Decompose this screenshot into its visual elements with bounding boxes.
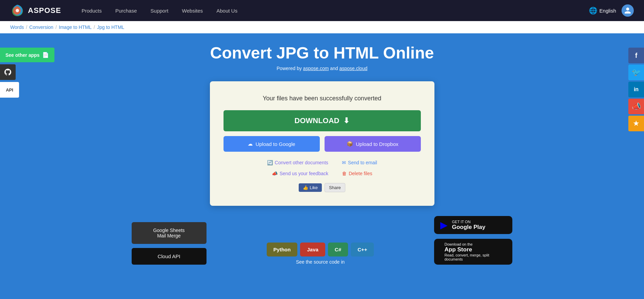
nav-websites[interactable]: Websites xyxy=(182,8,203,14)
like-label: Like xyxy=(310,185,318,190)
api-label: API xyxy=(6,87,13,93)
twitter-button[interactable]: 🐦 xyxy=(628,65,644,80)
powered-by: Powered by aspose.com and aspose.cloud xyxy=(277,66,367,71)
app-store-badge[interactable]: Download on the App Store Read, convert,… xyxy=(434,239,512,265)
and-text: and xyxy=(329,66,339,71)
convert-icon: 🔄 xyxy=(267,160,273,165)
feedback-icon: 📣 xyxy=(272,171,278,176)
feedback-label: Send us your feedback xyxy=(280,171,328,176)
google-play-icon: ▶ xyxy=(440,219,448,231)
email-icon: ✉ xyxy=(342,160,346,165)
breadcrumb-words[interactable]: Words xyxy=(10,24,24,30)
cloud-api-button[interactable]: Cloud API xyxy=(132,248,207,265)
right-sidebar: f 🐦 in 📣 ★ xyxy=(628,48,644,131)
nav-support[interactable]: Support xyxy=(150,8,168,14)
main-content: Convert JPG to HTML Online Powered by as… xyxy=(0,33,644,278)
send-email-link[interactable]: ✉ Send to email xyxy=(342,160,377,165)
breadcrumb: Words / Conversion / Image to HTML / Jpg… xyxy=(0,21,644,33)
fb-like-button[interactable]: 👍 Like xyxy=(299,183,322,192)
success-text: Your files have been successfully conver… xyxy=(224,95,421,102)
delete-icon: 🗑 xyxy=(342,171,347,176)
api-button[interactable]: API xyxy=(0,82,19,98)
star-icon: ★ xyxy=(633,119,640,128)
google-cloud-icon: ☁ xyxy=(248,141,253,147)
app-store-text: Download on the App Store Read, convert,… xyxy=(444,242,506,261)
google-sheets-line2: Mail Merge xyxy=(157,233,181,238)
python-pill[interactable]: Python xyxy=(267,243,298,256)
breadcrumb-sep2: / xyxy=(55,24,57,30)
action-links-row1: 🔄 Convert other documents ✉ Send to emai… xyxy=(224,160,421,165)
facebook-icon: f xyxy=(635,52,638,60)
fb-like-area: 👍 Like Share xyxy=(224,183,421,192)
cpp-pill[interactable]: C++ xyxy=(351,243,374,256)
cloud-api-label: Cloud API xyxy=(158,253,180,259)
user-avatar[interactable] xyxy=(622,4,634,17)
app-store-small: Download on the xyxy=(444,242,506,246)
globe-icon: 🌐 xyxy=(589,6,597,15)
see-other-apps-button[interactable]: See other apps 📄 xyxy=(0,48,54,62)
download-button[interactable]: DOWNLOAD ⬇ xyxy=(224,110,421,131)
dropbox-icon: 📦 xyxy=(347,141,353,147)
linkedin-button[interactable]: in xyxy=(628,82,644,97)
convert-other-label: Convert other documents xyxy=(275,160,328,165)
linkedin-icon: in xyxy=(634,86,639,93)
language-pills: Python Java C# C++ xyxy=(267,243,374,256)
delete-files-link[interactable]: 🗑 Delete files xyxy=(342,171,372,176)
navbar: ASPOSE Products Purchase Support Website… xyxy=(0,0,644,21)
upload-dropbox-button[interactable]: 📦 Upload to Dropbox xyxy=(325,136,421,152)
left-sidebar: See other apps 📄 API xyxy=(0,48,54,98)
breadcrumb-conversion[interactable]: Conversion xyxy=(29,24,53,30)
aspose-cloud-link[interactable]: aspose.cloud xyxy=(339,66,367,71)
app-store-sub: Read, convert, merge, split documents xyxy=(444,253,506,261)
breadcrumb-sep1: / xyxy=(26,24,27,30)
page-title: Convert JPG to HTML Online xyxy=(210,44,434,62)
google-play-badge[interactable]: ▶ GET IT ON Google Play xyxy=(434,216,512,234)
bottom-right: ▶ GET IT ON Google Play Download on the … xyxy=(434,216,512,265)
java-pill[interactable]: Java xyxy=(300,243,325,256)
bottom-section: Google Sheets Mail Merge Cloud API Pytho… xyxy=(118,216,526,265)
nav-purchase[interactable]: Purchase xyxy=(115,8,137,14)
breadcrumb-jpg-html[interactable]: Jpg to HTML xyxy=(97,24,124,30)
feedback-link[interactable]: 📣 Send us your feedback xyxy=(272,171,328,176)
language-label: English xyxy=(599,8,616,14)
facebook-button[interactable]: f xyxy=(628,48,644,63)
nav-products[interactable]: Products xyxy=(82,8,102,14)
logo[interactable]: ASPOSE xyxy=(10,3,61,18)
delete-label: Delete files xyxy=(349,171,372,176)
conversion-card: Your files have been successfully conver… xyxy=(210,81,434,206)
convert-other-link[interactable]: 🔄 Convert other documents xyxy=(267,160,328,165)
source-code-text: See the source code in xyxy=(296,259,345,265)
language-button[interactable]: 🌐 English xyxy=(589,6,616,15)
google-play-text: GET IT ON Google Play xyxy=(452,220,485,231)
thumbs-up-icon: 👍 xyxy=(303,185,308,190)
fb-share-button[interactable]: Share xyxy=(325,183,345,192)
action-links-row2: 📣 Send us your feedback 🗑 Delete files xyxy=(224,171,421,176)
bottom-left: Google Sheets Mail Merge Cloud API xyxy=(132,222,207,265)
doc-icon: 📄 xyxy=(42,52,49,58)
csharp-pill[interactable]: C# xyxy=(328,243,348,256)
breadcrumb-image-html[interactable]: Image to HTML xyxy=(59,24,92,30)
see-other-apps-label: See other apps xyxy=(5,52,39,58)
send-email-label: Send to email xyxy=(348,160,377,165)
powered-by-prefix: Powered by xyxy=(277,66,303,71)
navbar-links: Products Purchase Support Websites About… xyxy=(82,8,589,14)
google-sheets-button[interactable]: Google Sheets Mail Merge xyxy=(132,222,207,244)
twitter-icon: 🐦 xyxy=(632,68,641,77)
github-button[interactable] xyxy=(0,64,16,80)
upload-google-button[interactable]: ☁ Upload to Google xyxy=(224,136,320,152)
megaphone-icon: 📣 xyxy=(632,102,641,111)
google-sheets-line1: Google Sheets xyxy=(153,228,185,233)
aspose-com-link[interactable]: aspose.com xyxy=(303,66,329,71)
upload-dropbox-label: Upload to Dropbox xyxy=(356,141,398,147)
navbar-right: 🌐 English xyxy=(589,4,634,17)
svg-point-1 xyxy=(16,9,19,12)
bottom-center: Python Java C# C++ See the source code i… xyxy=(267,243,374,265)
star-button[interactable]: ★ xyxy=(628,116,644,131)
breadcrumb-sep3: / xyxy=(94,24,95,30)
share-label: Share xyxy=(329,185,341,190)
megaphone-button[interactable]: 📣 xyxy=(628,99,644,114)
google-play-big: Google Play xyxy=(452,224,485,231)
app-store-big: App Store xyxy=(444,246,506,253)
download-icon: ⬇ xyxy=(343,116,349,125)
nav-about[interactable]: About Us xyxy=(216,8,237,14)
